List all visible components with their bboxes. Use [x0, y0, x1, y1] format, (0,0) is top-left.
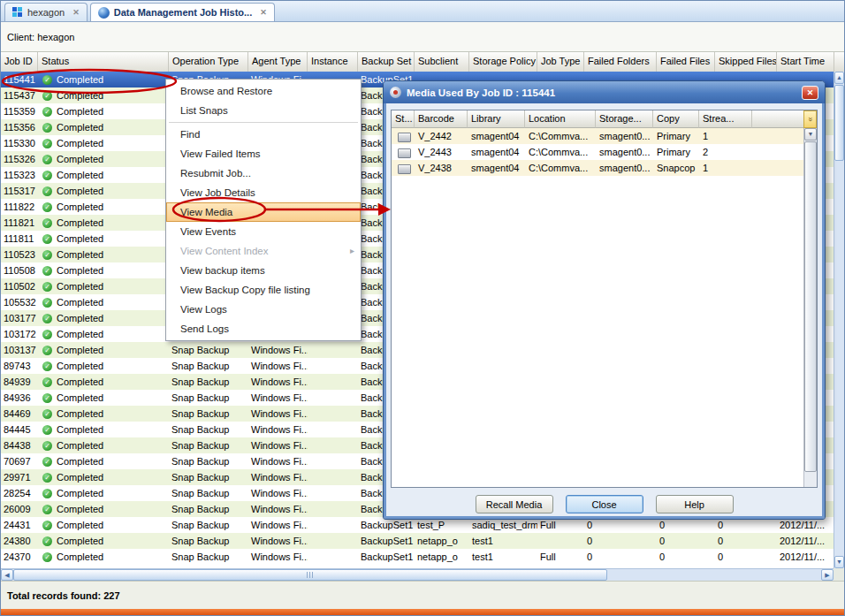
help-button[interactable]: Help	[656, 495, 734, 513]
media-cartridge-icon	[398, 164, 411, 174]
completed-status-icon	[42, 536, 52, 546]
column-header-operation-type[interactable]: Operation Type	[169, 52, 248, 72]
job-row[interactable]: 24370CompletedSnap BackupWindows Fi...Ba…	[1, 549, 844, 565]
media-cartridge-icon	[398, 148, 411, 158]
menu-item-resubmit-job[interactable]: Resubmit Job...	[166, 164, 361, 183]
menu-item-view-logs[interactable]: View Logs	[166, 300, 361, 319]
column-chooser-button[interactable]	[803, 110, 817, 128]
media-column-header-st[interactable]: St...	[392, 110, 415, 128]
menu-separator	[169, 122, 358, 123]
menu-item-view-failed-items[interactable]: View Failed Items	[166, 144, 361, 164]
completed-status-icon	[42, 250, 52, 260]
recall-media-button[interactable]: Recall Media	[476, 495, 553, 513]
column-header-storage-policy[interactable]: Storage Policy	[469, 52, 537, 72]
completed-status-icon	[42, 171, 52, 180]
media-column-header-location[interactable]: Location	[525, 110, 596, 128]
scroll-right-button[interactable]	[821, 569, 834, 581]
completed-status-icon	[42, 314, 52, 323]
column-header-job-id[interactable]: Job ID	[1, 52, 38, 72]
media-column-header-barcode[interactable]: Barcode	[415, 110, 468, 128]
media-table-panel: St...BarcodeLibraryLocationStorage...Cop…	[391, 110, 818, 488]
completed-status-icon	[42, 505, 52, 514]
horizontal-scrollbar-thumb[interactable]	[13, 569, 607, 581]
column-header-skipped-files[interactable]: Skipped Files	[715, 52, 777, 72]
job-history-tab-icon	[98, 7, 110, 19]
completed-status-icon	[42, 218, 52, 228]
menu-item-view-backup-items[interactable]: View backup items	[166, 261, 361, 280]
vertical-scrollbar[interactable]	[834, 72, 844, 568]
column-header-subclient[interactable]: Subclient	[415, 52, 469, 72]
tab-bar: hexagon Data Management Job Histo...	[1, 1, 844, 22]
completed-status-icon	[42, 123, 52, 133]
dialog-titlebar[interactable]: Media Used By Job ID : 115441	[384, 81, 825, 103]
completed-status-icon	[42, 425, 52, 435]
scroll-up-button[interactable]	[834, 72, 844, 84]
completed-status-icon	[42, 298, 52, 308]
completed-status-icon	[42, 457, 52, 467]
dialog-scroll-down-button[interactable]	[804, 128, 817, 141]
completed-status-icon	[42, 393, 52, 403]
completed-status-icon	[42, 409, 52, 419]
completed-status-icon	[42, 377, 52, 387]
status-bar: Total records found: 227	[1, 581, 844, 610]
menu-item-view-media[interactable]: View Media	[166, 202, 361, 222]
media-column-header-storage[interactable]: Storage...	[596, 110, 653, 128]
completed-status-icon	[42, 234, 52, 244]
job-row[interactable]: 24380CompletedSnap BackupWindows Fi...Ba…	[1, 533, 844, 549]
column-header-agent-type[interactable]: Agent Type	[248, 52, 308, 72]
scrollbar-grip	[307, 572, 315, 578]
media-used-dialog: Media Used By Job ID : 115441 St...Barco…	[383, 80, 826, 520]
total-records-text: Total records found: 227	[7, 590, 120, 601]
completed-status-icon	[42, 346, 52, 355]
completed-status-icon	[42, 75, 52, 85]
column-header-failed-folders[interactable]: Failed Folders	[584, 52, 657, 72]
completed-status-icon	[42, 552, 52, 562]
bottom-accent-bar	[1, 609, 844, 615]
header-filler	[834, 52, 844, 72]
media-column-header-strea[interactable]: Strea...	[699, 110, 752, 128]
close-button[interactable]: Close	[566, 495, 643, 513]
media-row[interactable]: V_2443smagent04C:\Commva...smagent0...Pr…	[392, 144, 817, 160]
context-menu: Browse and RestoreList SnapsFindView Fai…	[165, 79, 362, 341]
media-row[interactable]: V_2442smagent04C:\Commva...smagent0...Pr…	[392, 128, 817, 144]
menu-item-view-job-details[interactable]: View Job Details	[166, 183, 361, 202]
menu-item-view-backup-copy-file-listing[interactable]: View Backup Copy file listing	[166, 280, 361, 300]
client-label: Client: hexagon	[7, 32, 74, 42]
completed-status-icon	[42, 155, 52, 164]
column-header-status[interactable]: Status	[38, 52, 169, 72]
tab-hexagon[interactable]: hexagon	[4, 3, 88, 21]
media-dialog-icon	[390, 87, 401, 98]
column-header-job-type[interactable]: Job Type	[537, 52, 584, 72]
dialog-scrollbar-thumb[interactable]	[804, 141, 817, 472]
column-header-instance[interactable]: Instance	[308, 52, 358, 72]
job-table-header: Job IDStatusOperation TypeAgent TypeInst…	[1, 52, 844, 72]
dialog-scrollbar[interactable]	[803, 128, 817, 487]
media-row[interactable]: V_2438smagent04C:\Commva...smagent0...Sn…	[392, 160, 817, 176]
vertical-scrollbar-thumb[interactable]	[834, 85, 844, 161]
media-column-header-library[interactable]: Library	[468, 110, 525, 128]
menu-item-browse-and-restore[interactable]: Browse and Restore	[166, 81, 361, 101]
completed-status-icon	[42, 282, 52, 292]
menu-item-list-snaps[interactable]: List Snaps	[166, 101, 361, 120]
menu-item-view-content-index: View Content Index	[166, 241, 361, 261]
close-tab-icon[interactable]	[72, 8, 80, 17]
menu-item-view-events[interactable]: View Events	[166, 222, 361, 241]
column-header-backup-set[interactable]: Backup Set	[358, 52, 415, 72]
completed-status-icon	[42, 441, 52, 451]
dialog-close-button[interactable]	[802, 86, 818, 100]
menu-item-find[interactable]: Find	[166, 125, 361, 144]
scrollbar-corner	[834, 568, 844, 581]
media-table-body: V_2442smagent04C:\Commva...smagent0...Pr…	[392, 128, 817, 176]
column-header-failed-files[interactable]: Failed Files	[657, 52, 715, 72]
horizontal-scrollbar[interactable]	[1, 568, 834, 581]
client-bar: Client: hexagon	[1, 22, 844, 52]
scroll-down-button[interactable]	[834, 556, 844, 568]
menu-item-send-logs[interactable]: Send Logs	[166, 319, 361, 338]
close-tab-icon[interactable]	[260, 8, 267, 17]
completed-status-icon	[42, 139, 52, 148]
scroll-left-button[interactable]	[1, 569, 13, 581]
tab-job-history[interactable]: Data Management Job Histo...	[90, 3, 275, 21]
column-header-start-time[interactable]: Start Time	[777, 52, 834, 72]
media-column-header-copy[interactable]: Copy	[653, 110, 699, 128]
completed-status-icon	[42, 361, 52, 371]
